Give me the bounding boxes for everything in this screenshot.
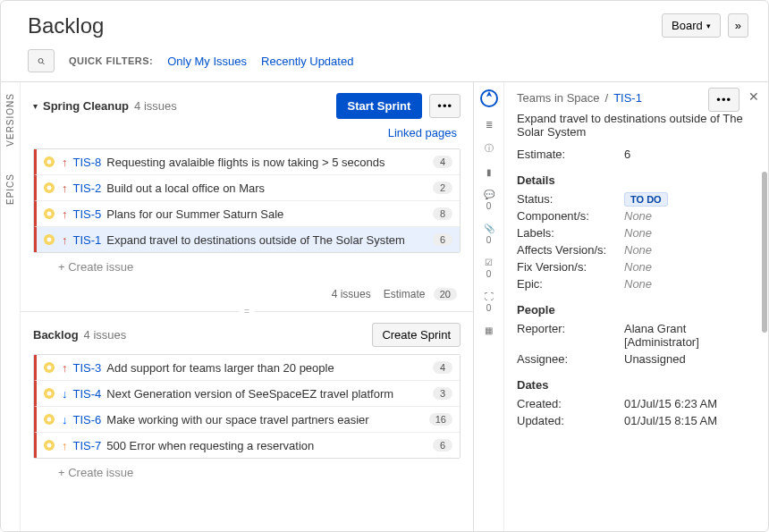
body: VERSIONS EPICS ▾ Spring Cleanup 4 issues…: [1, 82, 768, 531]
collapse-button[interactable]: »: [728, 13, 748, 38]
section-divider[interactable]: [21, 311, 473, 312]
nav-rocket[interactable]: [474, 89, 503, 107]
estimate-pill: 16: [429, 413, 452, 426]
grid-icon: ▦: [485, 325, 493, 335]
estimate-pill: 6: [433, 233, 452, 246]
issue-type-icon: [42, 181, 56, 195]
check-icon: ☑: [485, 258, 493, 267]
nav-subtasks[interactable]: ☑0: [474, 258, 503, 279]
components-label: Component/s:: [517, 209, 624, 223]
nav-grid[interactable]: ▦: [474, 325, 503, 335]
updated-value: 01/Jul/15 8:15 AM: [624, 414, 756, 427]
svg-point-11: [47, 366, 52, 370]
issue-row[interactable]: ↑ TIS-1 Expand travel to destinations ou…: [34, 227, 460, 252]
affects-value: None: [624, 243, 756, 257]
issue-key[interactable]: TIS-1: [73, 233, 102, 247]
nav-info[interactable]: ⓘ: [474, 142, 503, 155]
issue-row[interactable]: ↓ TIS-4 Next Generation version of SeeSp…: [34, 381, 460, 407]
estimate-pill: 4: [433, 156, 452, 168]
issue-summary: Add support for teams larger than 20 peo…: [106, 361, 427, 375]
issue-count: 4 issues: [134, 99, 177, 113]
issue-row[interactable]: ↑ TIS-8 Requesting avalaible flights is …: [34, 149, 460, 175]
nav-links[interactable]: ⛶0: [474, 291, 503, 313]
search-button[interactable]: [28, 49, 55, 72]
issue-key[interactable]: TIS-3: [73, 361, 102, 375]
chevron-down-icon[interactable]: ▾: [33, 101, 38, 111]
components-value: None: [624, 209, 756, 223]
issue-row[interactable]: ↑ TIS-7 500 Error when requesting a rese…: [34, 433, 460, 458]
priority-highest-icon: ↑: [62, 361, 68, 375]
detail-more-button[interactable]: •••: [708, 88, 739, 112]
start-sprint-button[interactable]: Start Sprint: [336, 93, 423, 119]
chevron-down-icon: ▾: [706, 21, 711, 30]
issue-key[interactable]: TIS-4: [73, 387, 102, 401]
issue-key-link[interactable]: TIS-1: [613, 91, 642, 105]
quick-filters-label: QUICK FILTERS:: [69, 55, 153, 66]
reporter-value: Alana Grant[Administrator]: [624, 322, 756, 349]
issue-summary: Requesting avalaible flights is now taki…: [106, 156, 427, 169]
nav-align[interactable]: ≣: [474, 120, 503, 130]
app-window: Backlog Board▾ » QUICK FILTERS: Only My …: [0, 0, 769, 532]
issue-key[interactable]: TIS-7: [73, 439, 102, 452]
priority-low-icon: ↓: [62, 413, 68, 426]
project-name[interactable]: Teams in Space: [517, 91, 600, 105]
issue-type-icon: [42, 438, 56, 452]
affects-label: Affects Version/s:: [517, 243, 624, 257]
issue-row[interactable]: ↑ TIS-2 Build out a local office on Mars…: [34, 175, 460, 201]
status-badge[interactable]: TO DO: [624, 192, 668, 207]
nav-attachments[interactable]: 📎0: [474, 224, 503, 245]
issue-type-icon: [42, 155, 56, 169]
footer-estimate: Estimate 20: [384, 288, 457, 300]
issue-type-icon: [42, 232, 56, 247]
assignee-value: Unassigned: [624, 352, 756, 366]
issue-summary: Build out a local office on Mars: [106, 182, 427, 195]
side-tabs: VERSIONS EPICS: [1, 82, 21, 531]
backlog-section: Backlog 4 issues Create Sprint ↑ TIS-3 A…: [21, 312, 473, 494]
issue-row[interactable]: ↑ TIS-5 Plans for our Summer Saturn Sale…: [34, 201, 460, 227]
dates-heading: Dates: [517, 378, 756, 392]
nav-comments[interactable]: 💬0: [474, 190, 503, 211]
create-issue-link[interactable]: + Create issue: [33, 253, 461, 281]
sprint-section: ▾ Spring Cleanup 4 issues Start Sprint •…: [21, 93, 473, 308]
more-button[interactable]: •••: [429, 94, 461, 118]
issue-row[interactable]: ↑ TIS-3 Add support for teams larger tha…: [34, 355, 460, 381]
issue-summary: Make working with our space travel partn…: [106, 413, 423, 426]
filter-only-my-issues[interactable]: Only My Issues: [167, 55, 247, 68]
scrollbar[interactable]: [762, 172, 767, 333]
create-issue-link[interactable]: + Create issue: [33, 459, 461, 486]
issue-key[interactable]: TIS-2: [73, 182, 102, 195]
linked-pages-link[interactable]: Linked pages: [33, 122, 461, 148]
estimate-label: Estimate:: [517, 148, 624, 161]
issue-key[interactable]: TIS-8: [73, 156, 102, 169]
issue-row[interactable]: ↓ TIS-6 Make working with our space trav…: [34, 407, 460, 433]
rocket-icon: [480, 89, 498, 107]
detail-summary: Expand travel to destinations outside of…: [517, 112, 756, 139]
fix-label: Fix Version/s:: [517, 260, 624, 274]
nav-tag[interactable]: ▮: [474, 167, 503, 177]
issue-key[interactable]: TIS-6: [73, 413, 102, 426]
board-dropdown[interactable]: Board▾: [662, 13, 721, 38]
labels-label: Labels:: [517, 226, 624, 240]
issue-type-icon: [42, 412, 56, 426]
side-tab-epics[interactable]: EPICS: [5, 173, 15, 205]
status-label: Status:: [517, 192, 624, 206]
issue-key[interactable]: TIS-5: [73, 207, 102, 221]
epic-value: None: [624, 277, 756, 291]
issue-summary: 500 Error when requesting a reservation: [106, 439, 427, 452]
info-icon: ⓘ: [485, 142, 494, 155]
svg-point-13: [47, 392, 52, 396]
align-icon: ≣: [486, 120, 493, 130]
side-tab-versions[interactable]: VERSIONS: [5, 93, 15, 147]
priority-high-icon: ↑: [62, 439, 68, 452]
labels-value: None: [624, 226, 756, 240]
detail-body: ••• ✕ Teams in Space / TIS-1 Expand trav…: [504, 82, 768, 531]
people-heading: People: [517, 303, 756, 317]
section-title: Backlog: [33, 328, 79, 342]
section-header: Backlog 4 issues Create Sprint: [33, 323, 461, 347]
create-sprint-button[interactable]: Create Sprint: [372, 323, 461, 347]
section-header: ▾ Spring Cleanup 4 issues Start Sprint •…: [33, 93, 461, 119]
filter-recently-updated[interactable]: Recently Updated: [261, 55, 353, 68]
page-title: Backlog: [28, 13, 104, 38]
close-icon[interactable]: ✕: [745, 88, 763, 112]
priority-highest-icon: ↑: [62, 233, 68, 247]
